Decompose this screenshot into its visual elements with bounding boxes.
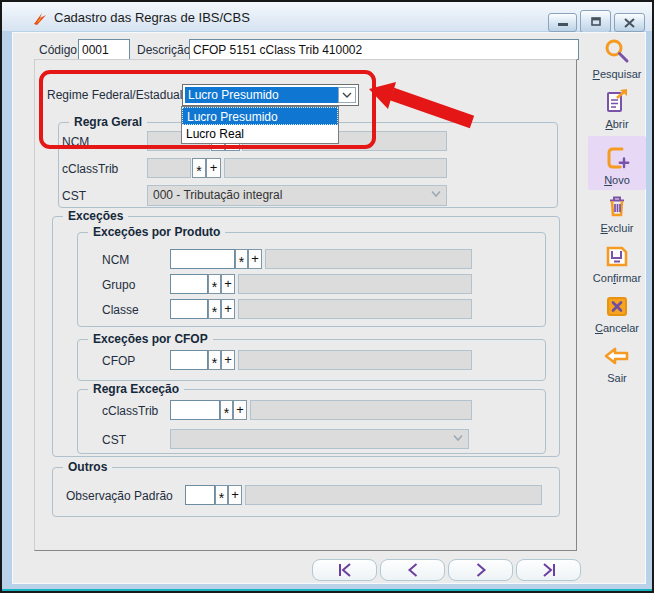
- regime-label: Regime Federal/Estadual: [47, 88, 182, 102]
- last-record-button[interactable]: [516, 559, 581, 581]
- re-cst-combobox: [170, 429, 469, 449]
- confirmar-button[interactable]: Confirmar: [588, 242, 646, 284]
- trash-icon: [603, 192, 631, 220]
- pesquisar-button[interactable]: Pesquisar: [588, 38, 646, 80]
- ep-ncm-input[interactable]: [170, 249, 235, 269]
- save-icon: [603, 242, 631, 270]
- ep-grupo-wildcard-button[interactable]: *: [208, 274, 221, 294]
- ep-classe-wildcard-button[interactable]: *: [208, 299, 221, 319]
- regime-combobox[interactable]: Lucro Presumido: [182, 84, 359, 106]
- abrir-button[interactable]: Abrir: [588, 88, 646, 130]
- last-record-icon: [538, 562, 560, 578]
- ec-cfop-add-button[interactable]: +: [221, 350, 235, 370]
- window-frame-accent: [2, 589, 652, 591]
- dropdown-option-lucro-real[interactable]: Lucro Real: [182, 125, 338, 143]
- ec-cfop-input[interactable]: [170, 350, 208, 370]
- ep-classe-input[interactable]: [170, 299, 208, 319]
- group-outros-title: Outros: [63, 460, 112, 474]
- excluir-label: Excluir: [600, 222, 633, 234]
- window-title: Cadastro das Regras de IBS/CBS: [54, 10, 250, 25]
- close-button[interactable]: [614, 13, 645, 32]
- cancelar-button[interactable]: Cancelar: [588, 292, 646, 334]
- ep-grupo-input[interactable]: [170, 274, 208, 294]
- cancel-icon: [603, 292, 631, 320]
- group-excecoes-por-cfop-title: Exceções por CFOP: [88, 332, 213, 346]
- regime-dropdown-list: Lucro Presumido Lucro Real: [181, 106, 339, 144]
- chevron-down-icon: [430, 190, 442, 198]
- regime-selected-value: Lucro Presumido: [185, 87, 343, 103]
- chevron-down-icon: [342, 92, 352, 98]
- dropdown-option-lucro-presumido[interactable]: Lucro Presumido: [182, 107, 338, 125]
- excluir-button[interactable]: Excluir: [588, 192, 646, 234]
- rg-cst-combobox: 000 - Tributação integral: [147, 185, 447, 206]
- ep-ncm-add-button[interactable]: +: [248, 249, 262, 269]
- ec-cfop-wildcard-button[interactable]: *: [208, 350, 221, 370]
- cancelar-label: Cancelar: [595, 322, 639, 334]
- descricao-label: Descrição: [137, 43, 190, 57]
- restore-icon: [590, 16, 602, 27]
- re-cclasstrib-wildcard-button[interactable]: *: [220, 400, 233, 420]
- rg-ncm-label: NCM: [62, 135, 89, 149]
- group-regra-excecao-title: Regra Exceção: [88, 382, 184, 396]
- re-cst-label: CST: [102, 433, 126, 447]
- ep-ncm-description-field: [265, 249, 472, 269]
- group-regra-geral-title: Regra Geral: [69, 115, 147, 129]
- rg-cclasstrib-wildcard-button[interactable]: *: [192, 158, 206, 178]
- ep-grupo-label: Grupo: [102, 278, 135, 292]
- previous-record-icon: [402, 562, 424, 578]
- next-record-icon: [470, 562, 492, 578]
- ep-classe-add-button[interactable]: +: [221, 299, 235, 319]
- re-cclasstrib-label: cClassTrib: [102, 404, 158, 418]
- ep-ncm-wildcard-button[interactable]: *: [235, 249, 248, 269]
- rg-cclasstrib-add-button[interactable]: +: [206, 158, 221, 178]
- first-record-icon: [334, 562, 356, 578]
- confirmar-label: Confirmar: [593, 272, 641, 284]
- abrir-label: Abrir: [605, 118, 628, 130]
- ec-cfop-description-field: [238, 350, 472, 370]
- minimize-icon: [557, 19, 569, 27]
- regime-dropdown-button[interactable]: [338, 87, 356, 103]
- ep-classe-label: Classe: [102, 303, 139, 317]
- group-excecoes-por-produto-title: Exceções por Produto: [88, 225, 225, 239]
- first-record-button[interactable]: [312, 559, 377, 581]
- rg-cst-label: CST: [62, 189, 86, 203]
- observacao-wildcard-button[interactable]: *: [215, 485, 228, 505]
- rg-cclasstrib-field: [147, 158, 191, 178]
- app-window: Cadastro das Regras de IBS/CBS Código De…: [0, 0, 654, 593]
- next-record-button[interactable]: [448, 559, 513, 581]
- titlebar: Cadastro das Regras de IBS/CBS: [2, 2, 652, 31]
- novo-button[interactable]: Novo: [588, 136, 646, 190]
- re-cclasstrib-input[interactable]: [170, 400, 220, 420]
- codigo-label: Código: [39, 43, 77, 57]
- observacao-add-button[interactable]: +: [228, 485, 242, 505]
- app-logo-icon: [32, 11, 48, 27]
- rg-cclasstrib-label: cClassTrib: [62, 162, 118, 176]
- sair-button[interactable]: Sair: [588, 342, 646, 384]
- observacao-label: Observação Padrão: [66, 489, 173, 503]
- group-excecoes-title: Exceções: [63, 209, 128, 223]
- re-cclasstrib-description-field: [250, 400, 472, 420]
- ep-ncm-label: NCM: [102, 253, 129, 267]
- ep-classe-description-field: [238, 299, 472, 319]
- previous-record-button[interactable]: [380, 559, 445, 581]
- ep-grupo-add-button[interactable]: +: [221, 274, 235, 294]
- open-document-icon: [603, 88, 631, 116]
- rg-cst-value: 000 - Tributação integral: [153, 188, 282, 202]
- close-icon: [624, 18, 635, 28]
- search-icon: [603, 38, 631, 66]
- restore-button[interactable]: [580, 10, 611, 33]
- pesquisar-label: Pesquisar: [593, 68, 642, 80]
- new-document-icon: [603, 144, 631, 172]
- chevron-down-icon: [452, 434, 464, 442]
- codigo-input[interactable]: [78, 39, 130, 60]
- observacao-input[interactable]: [185, 485, 215, 505]
- rg-cclasstrib-description-field: [224, 158, 447, 178]
- ec-cfop-label: CFOP: [102, 354, 135, 368]
- minimize-button[interactable]: [548, 13, 577, 32]
- novo-label: Novo: [604, 174, 630, 186]
- observacao-description-field: [245, 485, 542, 505]
- exit-arrow-icon: [603, 342, 631, 370]
- re-cclasstrib-add-button[interactable]: +: [233, 400, 247, 420]
- ep-grupo-description-field: [238, 274, 472, 294]
- descricao-input[interactable]: [189, 39, 579, 60]
